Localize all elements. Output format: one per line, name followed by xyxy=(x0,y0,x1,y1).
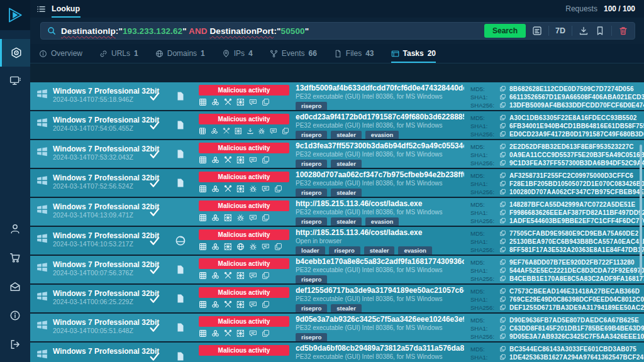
tag-loader[interactable]: loader xyxy=(296,246,325,255)
tab-overview[interactable]: Overview xyxy=(39,44,82,63)
copy-icon[interactable] xyxy=(499,267,506,274)
task-row[interactable]: Windows 7 Professional 32bitMalicious ac… xyxy=(30,343,644,362)
copy-icon[interactable] xyxy=(499,143,506,150)
tools-icon[interactable] xyxy=(224,272,232,280)
copy-icon[interactable] xyxy=(499,317,506,324)
menu-list-icon[interactable] xyxy=(36,4,46,14)
task-row[interactable]: Windows 7 Professional 32bit2024-03-14T0… xyxy=(30,82,644,110)
tag-risepro[interactable]: risepro xyxy=(296,333,327,341)
tag-risepro[interactable]: risepro xyxy=(296,304,327,312)
biohazard-icon[interactable] xyxy=(211,300,219,309)
chat-icon[interactable] xyxy=(249,214,257,222)
tab-ips[interactable]: IPs4 xyxy=(222,44,253,63)
task-row[interactable]: Windows 7 Professional 32bit2024-03-14T0… xyxy=(30,256,644,283)
sidebar-item-sandbox[interactable] xyxy=(0,67,30,94)
globe-icon[interactable] xyxy=(236,243,245,251)
copy-icon[interactable] xyxy=(499,304,506,311)
grid-icon[interactable] xyxy=(199,156,207,164)
copy-icon[interactable] xyxy=(499,160,506,167)
tag-risepro[interactable]: risepro xyxy=(329,246,360,255)
copy-icon[interactable] xyxy=(499,180,506,187)
net-icon[interactable] xyxy=(236,272,245,280)
task-row[interactable]: Windows 7 Professional 32bit2024-03-14T0… xyxy=(30,227,644,255)
tools-icon[interactable] xyxy=(224,329,232,337)
task-title[interactable]: b4cebb1e170a8e8c5a83c2adf9fa168177430936… xyxy=(296,258,464,266)
tag-evasion[interactable]: evasion xyxy=(398,246,431,255)
tag-stealer[interactable]: stealer xyxy=(331,304,362,312)
tag-risepro[interactable]: risepro xyxy=(296,131,327,139)
grid-icon[interactable] xyxy=(199,272,207,280)
net-icon[interactable] xyxy=(235,127,242,135)
chat-icon[interactable] xyxy=(262,185,270,193)
copy-icon[interactable] xyxy=(499,238,506,245)
copy-icon[interactable] xyxy=(499,246,506,253)
net-icon[interactable] xyxy=(224,243,232,251)
tab-urls[interactable]: URLs1 xyxy=(99,44,138,63)
grid-icon[interactable] xyxy=(199,329,207,337)
net-icon[interactable] xyxy=(236,185,245,193)
biohazard-icon[interactable] xyxy=(211,272,219,280)
task-title[interactable]: http://185.215.113.46/cost/ladas.exe xyxy=(296,200,464,208)
sidebar-item-info[interactable] xyxy=(0,302,30,329)
tag-stealer[interactable]: stealer xyxy=(331,217,362,226)
copy-icon[interactable] xyxy=(499,288,506,295)
copy-icon[interactable] xyxy=(499,151,506,158)
biohazard-icon[interactable] xyxy=(211,243,219,251)
copy-icon[interactable] xyxy=(499,85,506,92)
copy-icon[interactable] xyxy=(499,296,506,303)
sidebar-item-logout[interactable] xyxy=(0,331,30,358)
copy-icon[interactable] xyxy=(274,243,282,251)
vertical-scrollbar[interactable] xyxy=(640,145,642,275)
net-icon[interactable] xyxy=(224,214,232,222)
task-row[interactable]: Windows 7 Professional 32bit2024-03-14T0… xyxy=(30,111,644,139)
task-title[interactable]: def1255d6717ba3de9a31794189ee50ac21057c6… xyxy=(296,287,464,295)
chat-icon[interactable] xyxy=(249,300,257,309)
copy-icon[interactable] xyxy=(499,94,506,101)
tab-domains[interactable]: Domains1 xyxy=(155,44,205,63)
copy-icon[interactable] xyxy=(499,217,506,224)
task-title[interactable]: 13dfb5009af4b633ddfcdd70fcf6d0e474328440… xyxy=(296,84,464,92)
grid-icon[interactable] xyxy=(199,98,207,106)
chat-icon[interactable] xyxy=(249,98,257,106)
tab-files[interactable]: Files43 xyxy=(334,44,374,63)
tag-stealer[interactable]: stealer xyxy=(331,131,362,139)
net-icon[interactable] xyxy=(236,329,245,337)
search-input[interactable]: DestinationIp:"193.233.132.62" AND Desti… xyxy=(40,22,635,40)
chat-icon[interactable] xyxy=(249,156,257,164)
copy-icon[interactable] xyxy=(499,259,506,266)
task-row[interactable]: Windows 7 Professional 32bit2024-03-14T0… xyxy=(30,198,644,226)
tools-icon[interactable] xyxy=(224,185,232,193)
bug-icon[interactable] xyxy=(236,214,245,222)
net-icon[interactable] xyxy=(236,156,245,164)
tag-evasion[interactable]: evasion xyxy=(365,131,399,139)
copy-icon[interactable] xyxy=(262,329,270,337)
chat-icon[interactable] xyxy=(249,329,257,337)
task-row[interactable]: Windows 7 Professional 32bit2024-03-14T0… xyxy=(30,169,644,197)
sidebar-item-profile[interactable] xyxy=(0,215,30,243)
copy-icon[interactable] xyxy=(499,325,506,332)
copy-icon[interactable] xyxy=(499,123,506,129)
app-logo[interactable] xyxy=(0,0,30,30)
copy-icon[interactable] xyxy=(262,156,270,164)
trash-icon[interactable] xyxy=(618,26,628,36)
task-title[interactable]: ed0cd23a9f4172b0d1791587c49f680b3d622888… xyxy=(296,113,464,121)
bug-icon[interactable] xyxy=(249,185,257,193)
task-row[interactable]: Windows 7 Professional 32bit2024-03-14T0… xyxy=(30,140,644,168)
task-title[interactable]: 100280d707aa062cf347c7b975cfbeb94e2b238f… xyxy=(296,171,464,179)
copy-icon[interactable] xyxy=(262,300,270,309)
copy-icon[interactable] xyxy=(262,214,270,222)
chat-icon[interactable] xyxy=(262,243,270,251)
tag-stealer[interactable]: stealer xyxy=(364,246,395,255)
tag-stealer[interactable]: stealer xyxy=(331,189,362,197)
task-title[interactable]: cd5b9da6bf08cb29489a73812a57da311a576da8… xyxy=(296,344,464,353)
copy-icon[interactable] xyxy=(499,102,506,109)
biohazard-icon[interactable] xyxy=(211,98,219,106)
copy-icon[interactable] xyxy=(262,272,270,280)
task-row[interactable]: Windows 7 Professional 32bit2024-03-14T0… xyxy=(30,285,644,312)
tag-risepro[interactable]: risepro xyxy=(296,160,327,168)
copy-icon[interactable] xyxy=(499,354,506,361)
copy-icon[interactable] xyxy=(262,98,270,106)
copy-icon[interactable] xyxy=(499,172,506,179)
tools-icon[interactable] xyxy=(223,127,230,135)
download-icon[interactable] xyxy=(247,127,254,135)
